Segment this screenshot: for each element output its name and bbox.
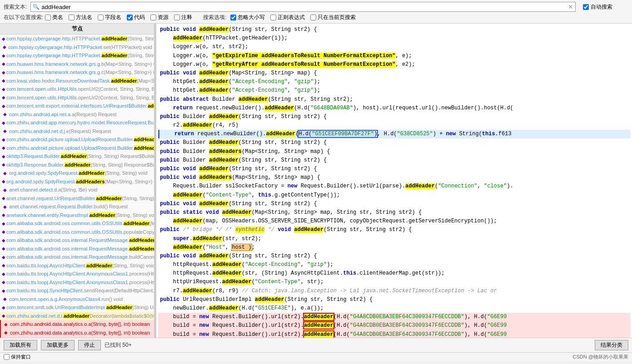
list-item[interactable]: ◆com.tencent.smtt.sdk.UrlRequestBuilderI… bbox=[0, 303, 154, 312]
method-icon: ◆ bbox=[2, 78, 5, 84]
list-item[interactable]: ◆com.tencent.open.a.g.AnonymousClass4.ru… bbox=[0, 295, 154, 304]
list-item[interactable]: ◆com.baidu.tts.loopj.AsyncHttpClient.Ano… bbox=[0, 278, 154, 287]
code-line: httpRequest.addHeader(str, (String) Asyn… bbox=[158, 269, 630, 278]
code-line: public Builder addHeader(String str, Str… bbox=[158, 156, 630, 165]
list-item[interactable]: ◆org.android.spdy.SpdyRequest.addHeaders… bbox=[0, 177, 154, 186]
list-item[interactable]: ◆anet.channel.request.UrlRequestBuilder.… bbox=[0, 194, 154, 203]
list-item-error[interactable]: ◆com.zhihu.android.data.analytics.o.a(St… bbox=[0, 337, 154, 338]
list-item[interactable]: ◆com.baidu.tts.loopj.AsyncHttpClient.Ano… bbox=[0, 270, 154, 278]
load-more-button[interactable]: 加载更多 bbox=[41, 340, 75, 350]
list-item[interactable]: ◆com.hpplay.cybergarage.http.HTTPPacket.… bbox=[0, 51, 154, 60]
cb-currentpage[interactable]: 只在当前页搜索 bbox=[310, 14, 356, 21]
code-line: httpUriRequest.addHeader("Content-Type",… bbox=[158, 278, 630, 286]
code-line: public UrlRequestBuilderImpl addHeader(S… bbox=[158, 295, 630, 304]
cb-method[interactable]: 方法名 bbox=[69, 14, 92, 21]
keep-window-label: 保持窗口 bbox=[11, 354, 31, 360]
cb-field[interactable]: 字段名 bbox=[98, 14, 121, 21]
method-icon: ◆ bbox=[2, 279, 5, 285]
search-label: 搜索文本: bbox=[4, 3, 27, 11]
list-item[interactable]: ◆com.tencent.smtt.export.external.interf… bbox=[0, 102, 154, 110]
code-line: public void addHeader(String str, String… bbox=[158, 25, 630, 34]
list-item[interactable]: ◆com.zhihu.android.app.mercury.hydro.mod… bbox=[0, 118, 154, 127]
method-icon: ◆ bbox=[2, 296, 8, 302]
list-item[interactable]: ◆okhttp3.Request.Builder.addHeader(Strin… bbox=[0, 152, 154, 161]
code-line: public void addHeader(String str, String… bbox=[158, 252, 630, 261]
sort-button[interactable]: 结果分类 bbox=[595, 340, 628, 350]
cb-code[interactable]: 代码 bbox=[127, 14, 145, 21]
node-list[interactable]: ◆com.hpplay.cybergarage.http.HTTPPacket.… bbox=[0, 34, 154, 338]
method-icon: ◆ bbox=[2, 246, 5, 252]
list-item[interactable]: ◆com.zhihu.android.picture.upload.Upload… bbox=[0, 135, 154, 144]
method-icon: ◆ bbox=[2, 304, 5, 310]
method-icon: ◆ bbox=[2, 61, 5, 67]
method-icon: ◆ bbox=[2, 103, 5, 109]
main-area: 节点 ◆com.hpplay.cybergarage.http.HTTPPack… bbox=[0, 24, 632, 338]
list-item[interactable]: ◆com.huawei.hms.framework.network.grs.g.… bbox=[0, 60, 154, 69]
code-line: Request.Builder sslSocketFactory = new R… bbox=[158, 182, 630, 191]
list-item[interactable]: ◆com.tencent.open.utils.HttpUtils.openUr… bbox=[0, 93, 154, 102]
list-item[interactable]: ◆com.zhihu.android.net.d.j.e(Request) Re… bbox=[0, 127, 154, 136]
list-item[interactable]: ◆com.baidu.tts.loopj.AsyncHttpClient.add… bbox=[0, 261, 154, 270]
code-line: public Builder addHeader(String str, Str… bbox=[158, 138, 630, 147]
method-icon: ◆ bbox=[2, 86, 5, 92]
list-item[interactable]: ◆com.tencent.open.utils.HttpUtils.openUr… bbox=[0, 85, 154, 93]
method-icon: ◆ bbox=[2, 195, 5, 202]
code-line: public void addHeader(Map<String, String… bbox=[158, 69, 630, 78]
method-icon: ◆ bbox=[2, 111, 8, 118]
code-view[interactable]: public void addHeader(String str, String… bbox=[156, 24, 632, 338]
search-icon: 🔍 bbox=[33, 4, 40, 10]
cb-ignorecase[interactable]: 忽略大小写 bbox=[230, 14, 265, 21]
options-label: 搜索选项: bbox=[203, 14, 226, 21]
method-icon: ◆ bbox=[2, 271, 5, 277]
method-icon: ◆ bbox=[2, 178, 5, 185]
code-line: public static void addHeader(Map<String,… bbox=[158, 208, 630, 217]
cb-resource[interactable]: 资源 bbox=[150, 14, 169, 21]
method-icon: ◆ bbox=[3, 330, 9, 336]
code-line: r7.addHeader(r8, r9) // Catch: java.lang… bbox=[158, 287, 630, 295]
list-item[interactable]: ◆anetwork.channel.entity.RequestImpl.add… bbox=[0, 211, 154, 220]
status-text: 已找到 50+ bbox=[105, 341, 132, 349]
code-line: public Builder addHeaders(Map<String, St… bbox=[158, 148, 630, 156]
list-item[interactable]: ◆anet.channel.request.Request.Builder.bu… bbox=[0, 202, 154, 211]
method-icon: ◆ bbox=[2, 94, 5, 101]
list-item[interactable]: ◆com.alibaba.sdk.android.oss.common.util… bbox=[0, 219, 154, 228]
list-item[interactable]: ◆com.alibaba.sdk.android.oss.internal.Re… bbox=[0, 253, 154, 261]
list-item[interactable]: ◆com.alibaba.sdk.android.oss.common.util… bbox=[0, 228, 154, 236]
list-item[interactable]: ◆org.android.spdy.SpdyRequest.addHeader(… bbox=[0, 169, 154, 177]
method-icon: ◆ bbox=[3, 321, 9, 327]
list-item[interactable]: ◆com.zhihu.android.net.d.i.addHeaderDeco… bbox=[0, 312, 154, 320]
top-bar: 搜索文本: 🔍 ✕ 自动搜索 在以下位置搜索: 类名 方法名 字段名 代码 资源… bbox=[0, 0, 632, 24]
list-item[interactable]: ◆com.kwai.video.hodor.ResourceDownloadTa… bbox=[0, 77, 154, 85]
list-item[interactable]: ◆com.hpplay.cybergarage.http.HTTPPacket.… bbox=[0, 43, 154, 52]
code-line: public abstract Builder addHeader(String… bbox=[158, 95, 630, 104]
method-icon: ◆ bbox=[2, 220, 5, 226]
load-all-button[interactable]: 加载所有 bbox=[4, 340, 37, 350]
list-item[interactable]: ◆com.zhihu.android.api.net.a.a(Request) … bbox=[0, 110, 154, 119]
list-item[interactable]: ◆com.baidu.tts.loopj.SyncHttpClient.send… bbox=[0, 286, 154, 295]
list-item[interactable]: ◆com.huawei.hms.framework.network.grs.g.… bbox=[0, 68, 154, 77]
code-line: public Builder addHeader(String str, Str… bbox=[158, 113, 630, 121]
search-input[interactable] bbox=[41, 4, 568, 10]
cb-class[interactable]: 类名 bbox=[45, 14, 63, 21]
list-item-error[interactable]: ◆com.zhihu.android.data.analytics.o.a(St… bbox=[0, 320, 154, 329]
list-item[interactable]: ◆com.zhihu.android.picture.upload.Upload… bbox=[0, 144, 154, 152]
method-icon: ◆ bbox=[2, 254, 5, 260]
search-row: 搜索文本: 🔍 ✕ 自动搜索 bbox=[4, 2, 628, 12]
list-item[interactable]: ◆okhttp3.Response.Builder.addHeader(Stri… bbox=[0, 161, 154, 169]
list-item[interactable]: ◆com.alibaba.sdk.android.oss.internal.Re… bbox=[0, 236, 154, 245]
code-line-error: build = new Request.Builder().url(str2).… bbox=[158, 321, 630, 330]
clear-icon[interactable]: ✕ bbox=[568, 3, 573, 10]
auto-search-checkbox[interactable]: 自动搜索 bbox=[583, 3, 612, 11]
list-item[interactable]: ◆anet.channel.detect.d.a(String, l$e) vo… bbox=[0, 186, 154, 194]
code-line: addHeader(hTTPPacket.getHeader(i)); bbox=[158, 34, 630, 43]
scope-section: 在以下位置搜索: 类名 方法名 字段名 代码 资源 注释 bbox=[4, 14, 196, 21]
method-icon: ◆ bbox=[2, 153, 5, 159]
stop-button[interactable]: 停止 bbox=[78, 340, 101, 350]
keep-window-checkbox[interactable]: 保持窗口 bbox=[4, 354, 31, 360]
footer-bar: 保持窗口 CSDN @物坏的小取果果 bbox=[0, 352, 632, 361]
cb-regex[interactable]: 正则表达式 bbox=[270, 14, 305, 21]
cb-comment[interactable]: 注释 bbox=[174, 14, 192, 21]
list-item[interactable]: ◆com.alibaba.sdk.android.oss.internal.Re… bbox=[0, 245, 154, 253]
list-item[interactable]: ◆com.hpplay.cybergarage.http.HTTPPacket.… bbox=[0, 34, 154, 43]
list-item-error[interactable]: ◆com.zhihu.android.data.analytics.o.a(St… bbox=[0, 329, 154, 337]
